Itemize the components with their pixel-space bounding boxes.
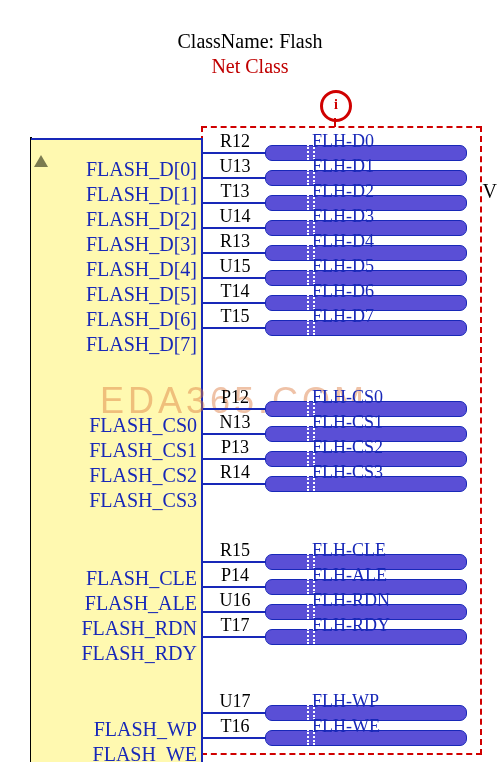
pin-label[interactable]: FLASH_D[5] xyxy=(86,282,197,306)
pin-designator: U13 xyxy=(210,157,260,175)
pin-label[interactable]: FLASH_CS1 xyxy=(89,438,197,462)
pin-wire[interactable] xyxy=(203,483,265,485)
pin-designator: R12 xyxy=(210,132,260,150)
net-name[interactable]: FLH-WP xyxy=(312,692,379,710)
pin1-triangle-icon xyxy=(34,155,48,167)
classname-text: ClassName: Flash xyxy=(0,30,500,53)
pin-wire[interactable] xyxy=(203,586,265,588)
pin-wire[interactable] xyxy=(203,327,265,329)
net-name[interactable]: FLH-WE xyxy=(312,717,380,735)
pin-label[interactable]: FLASH_D[3] xyxy=(86,232,197,256)
net-name[interactable]: FLH-D7 xyxy=(312,307,374,325)
pin-designator: P12 xyxy=(210,388,260,406)
pin-label[interactable]: FLASH_RDN xyxy=(81,616,197,640)
pin-designator: N13 xyxy=(210,413,260,431)
pin-wire[interactable] xyxy=(203,202,265,204)
pin-designator: U16 xyxy=(210,591,260,609)
netclass-text: Net Class xyxy=(0,55,500,78)
pin-designator: U15 xyxy=(210,257,260,275)
pin-label[interactable]: FLASH_CS2 xyxy=(89,463,197,487)
pin-label[interactable]: FLASH_D[6] xyxy=(86,307,197,331)
pin-label[interactable]: FLASH_CS0 xyxy=(89,413,197,437)
pin-label[interactable]: FLASH_D[0] xyxy=(86,157,197,181)
pin-wire[interactable] xyxy=(203,252,265,254)
net-name[interactable]: FLH-CS1 xyxy=(312,413,383,431)
info-marker-icon[interactable]: i xyxy=(320,90,352,122)
pin-designator: R15 xyxy=(210,541,260,559)
net-name[interactable]: FLH-D3 xyxy=(312,207,374,225)
net-name[interactable]: FLH-D0 xyxy=(312,132,374,150)
netclass-title: ClassName: Flash Net Class xyxy=(0,30,500,78)
pin-designator: U17 xyxy=(210,692,260,710)
pin-label[interactable]: FLASH_CS3 xyxy=(89,488,197,512)
pin-wire[interactable] xyxy=(203,302,265,304)
net-name[interactable]: FLH-D1 xyxy=(312,157,374,175)
pin-wire[interactable] xyxy=(203,737,265,739)
pin-label[interactable]: FLASH_D[2] xyxy=(86,207,197,231)
pin-wire[interactable] xyxy=(203,152,265,154)
net-name[interactable]: FLH-RDN xyxy=(312,591,390,609)
net-name[interactable]: FLH-CS0 xyxy=(312,388,383,406)
pin-designator: P13 xyxy=(210,438,260,456)
net-name[interactable]: FLH-D2 xyxy=(312,182,374,200)
pin-wire[interactable] xyxy=(203,177,265,179)
net-name[interactable]: FLH-D6 xyxy=(312,282,374,300)
pin-wire[interactable] xyxy=(203,433,265,435)
pin-wire[interactable] xyxy=(203,611,265,613)
pin-label[interactable]: FLASH_RDY xyxy=(81,641,197,665)
pin-label[interactable]: FLASH_ALE xyxy=(85,591,197,615)
pin-label[interactable]: FLASH_D[4] xyxy=(86,257,197,281)
pin-designator: T13 xyxy=(210,182,260,200)
pin-designator: P14 xyxy=(210,566,260,584)
pin-designator: R13 xyxy=(210,232,260,250)
pin-designator: T16 xyxy=(210,717,260,735)
right-cutoff-label: V xyxy=(483,180,497,203)
net-name[interactable]: FLH-CS3 xyxy=(312,463,383,481)
pin-label[interactable]: FLASH_D[1] xyxy=(86,182,197,206)
net-name[interactable]: FLH-D5 xyxy=(312,257,374,275)
pin-wire[interactable] xyxy=(203,712,265,714)
pin-designator: T14 xyxy=(210,282,260,300)
pin-designator: T15 xyxy=(210,307,260,325)
pin-label[interactable]: FLASH_CLE xyxy=(86,566,197,590)
info-marker-stem xyxy=(334,118,336,127)
pin-wire[interactable] xyxy=(203,277,265,279)
pin-designator: U14 xyxy=(210,207,260,225)
net-name[interactable]: FLH-ALE xyxy=(312,566,387,584)
pin-designator: R14 xyxy=(210,463,260,481)
net-name[interactable]: FLH-D4 xyxy=(312,232,374,250)
pin-label[interactable]: FLASH_WP xyxy=(94,717,197,741)
pin-wire[interactable] xyxy=(203,227,265,229)
pin-wire[interactable] xyxy=(203,561,265,563)
sheet-border-left xyxy=(0,137,32,762)
pin-wire[interactable] xyxy=(203,458,265,460)
net-name[interactable]: FLH-CS2 xyxy=(312,438,383,456)
pin-label[interactable]: FLASH_WE xyxy=(93,742,197,762)
pin-label[interactable]: FLASH_D[7] xyxy=(86,332,197,356)
pin-wire[interactable] xyxy=(203,408,265,410)
pin-wire[interactable] xyxy=(203,636,265,638)
net-name[interactable]: FLH-CLE xyxy=(312,541,386,559)
pin-designator: T17 xyxy=(210,616,260,634)
net-name[interactable]: FLH-RDY xyxy=(312,616,390,634)
